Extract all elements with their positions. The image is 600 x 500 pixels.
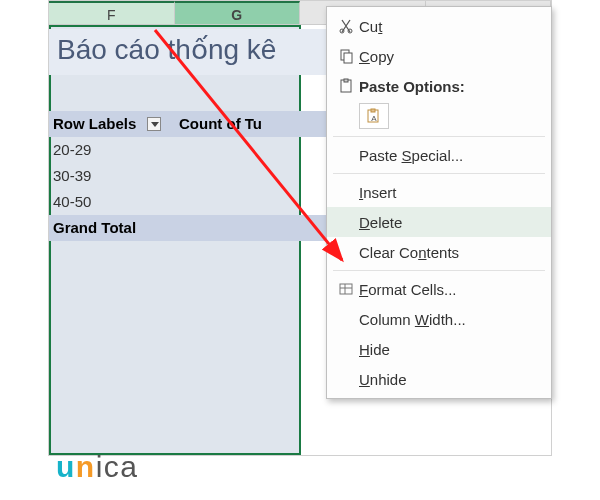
brand-letter: i (96, 450, 103, 484)
menu-label: Cut (359, 18, 541, 35)
column-header-f[interactable]: F (49, 1, 175, 24)
menu-delete[interactable]: Delete (327, 207, 551, 237)
svg-rect-5 (344, 79, 348, 82)
row-labels-text: Row Labels (53, 115, 136, 132)
menu-label: Copy (359, 48, 541, 65)
blank-icon (333, 369, 359, 389)
pivot-row-label: 30-39 (49, 163, 175, 189)
brand-letter: a (120, 450, 137, 484)
cut-icon (333, 16, 359, 36)
blank-icon (333, 182, 359, 202)
menu-hide[interactable]: Hide (327, 334, 551, 364)
filter-dropdown-icon[interactable] (147, 117, 161, 131)
paste-icon (333, 76, 359, 96)
row-labels-header[interactable]: Row Labels (49, 111, 175, 137)
menu-paste-special[interactable]: Paste Special... (327, 140, 551, 170)
menu-copy[interactable]: Copy (327, 41, 551, 71)
column-header-g[interactable]: G (175, 1, 301, 24)
menu-column-width[interactable]: Column Width... (327, 304, 551, 334)
menu-unhide[interactable]: Unhide (327, 364, 551, 394)
menu-label: Column Width... (359, 311, 541, 328)
menu-insert[interactable]: Insert (327, 177, 551, 207)
menu-separator (333, 270, 545, 271)
grand-total-label: Grand Total (49, 215, 175, 241)
blank-icon (333, 309, 359, 329)
copy-icon (333, 46, 359, 66)
menu-label: Delete (359, 214, 541, 231)
svg-text:A: A (371, 114, 377, 123)
pivot-title: Báo cáo thống kê (49, 29, 369, 75)
brand-letter: u (56, 450, 75, 484)
menu-separator (333, 136, 545, 137)
menu-format-cells[interactable]: Format Cells... (327, 274, 551, 304)
paste-options-row: A (327, 101, 551, 133)
blank-icon (333, 145, 359, 165)
menu-label: Paste Options: (359, 78, 541, 95)
paste-button[interactable]: A (359, 103, 389, 129)
watermark-logo: u n i c a (56, 450, 138, 484)
blank-icon (333, 339, 359, 359)
count-header: Count of Tu (175, 111, 301, 137)
svg-rect-9 (340, 284, 352, 294)
menu-separator (333, 173, 545, 174)
context-menu: Cut Copy Paste Options: A Paste Special.… (326, 6, 552, 399)
menu-cut[interactable]: Cut (327, 11, 551, 41)
menu-label: Clear Contents (359, 244, 541, 261)
menu-label: Unhide (359, 371, 541, 388)
svg-rect-3 (344, 53, 352, 63)
menu-clear-contents[interactable]: Clear Contents (327, 237, 551, 267)
brand-letter: n (76, 450, 95, 484)
blank-icon (333, 212, 359, 232)
menu-label: Paste Special... (359, 147, 541, 164)
menu-paste-options-header: Paste Options: (327, 71, 551, 101)
menu-label: Insert (359, 184, 541, 201)
menu-label: Hide (359, 341, 541, 358)
svg-rect-7 (371, 109, 375, 112)
pivot-row-label: 40-50 (49, 189, 175, 215)
pivot-row-label: 20-29 (49, 137, 175, 163)
menu-label: Format Cells... (359, 281, 541, 298)
format-cells-icon (333, 279, 359, 299)
blank-icon (333, 242, 359, 262)
brand-letter: c (104, 450, 120, 484)
